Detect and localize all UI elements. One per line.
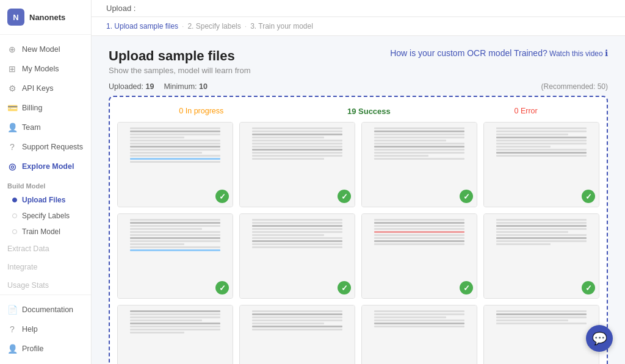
billing-icon: 💳 <box>7 103 17 113</box>
my-models-icon: ⊞ <box>7 64 17 74</box>
sidebar-build-upload-files[interactable]: Upload Files <box>0 192 91 208</box>
video-link-area: How is your custom OCR model Trained? Wa… <box>390 48 608 58</box>
upload-zone[interactable]: 0 In progress 19 Success 0 Error ✓✓✓✓✓✓✓… <box>109 96 608 364</box>
sidebar: N Nanonets ⊕New Model⊞My Models⚙API Keys… <box>0 0 92 364</box>
files-grid: ✓✓✓✓✓✓✓✓ <box>117 122 599 364</box>
sidebar-bottom-profile[interactable]: 👤Profile <box>0 339 91 359</box>
chat-fab-button[interactable]: 💬 <box>586 325 613 352</box>
error-status: 0 Error <box>514 107 537 116</box>
uploaded-label: Uploaded: <box>109 82 143 91</box>
sidebar-item-team[interactable]: 👤Team <box>0 118 91 137</box>
breadcrumb-step3: 3. Train your model <box>250 22 313 30</box>
info-icon: ℹ <box>605 48 608 58</box>
sidebar-bottom-documentation[interactable]: 📄Documentation <box>0 300 91 319</box>
collapse-button[interactable]: ‹ <box>0 359 91 364</box>
file-card-12[interactable] <box>483 305 599 364</box>
sidebar-item-new-model[interactable]: ⊕New Model <box>0 40 91 59</box>
file-check-3: ✓ <box>460 190 473 203</box>
logo-icon: N <box>7 9 24 26</box>
sidebar-disabled-extract-data: Extract Data <box>0 240 91 258</box>
file-card-10[interactable] <box>239 305 355 364</box>
page-header: Upload sample files Show the samples, mo… <box>109 48 608 75</box>
file-card-1[interactable]: ✓ <box>117 122 233 207</box>
file-check-4: ✓ <box>582 190 595 203</box>
file-card-9[interactable] <box>117 305 233 364</box>
chat-icon: 💬 <box>592 331 607 346</box>
sidebar-build-train-model[interactable]: Train Model <box>0 224 91 240</box>
team-icon: 👤 <box>7 123 17 132</box>
recommended-label: (Recommended: 50) <box>541 82 608 91</box>
file-card-3[interactable]: ✓ <box>361 122 477 207</box>
video-prompt: How is your custom OCR model Trained? <box>390 48 547 58</box>
file-check-2: ✓ <box>338 190 351 203</box>
sidebar-disabled-integrate: Integrate <box>0 258 91 276</box>
breadcrumb: 1. Upload sample files · 2. Specify labe… <box>92 17 625 36</box>
inprogress-status: 0 In progress <box>179 107 223 116</box>
stats-row: Uploaded: 19 Minimum: 10 (Recommended: 5… <box>109 82 608 91</box>
file-check-6: ✓ <box>338 281 351 294</box>
breadcrumb-step2: 2. Specify labels <box>187 22 240 30</box>
support-icon: ? <box>7 142 17 152</box>
sidebar-item-explore[interactable]: ◎Explore Model <box>0 157 91 176</box>
profile-icon: 👤 <box>7 344 17 354</box>
sidebar-bottom: 📄Documentation?Help👤Profile ‹ <box>0 294 91 364</box>
breadcrumb-step1: 1. Upload sample files <box>106 22 178 30</box>
upload-topbar: Upload : <box>92 0 625 17</box>
minimum-value: 10 <box>199 82 208 91</box>
watch-video-link[interactable]: Watch this video <box>549 49 603 58</box>
file-check-5: ✓ <box>215 281 229 294</box>
file-check-7: ✓ <box>460 281 473 294</box>
file-card-6[interactable]: ✓ <box>239 213 355 299</box>
sidebar-disabled-usage-stats: Usage Stats <box>0 276 91 294</box>
help-icon: ? <box>7 324 17 334</box>
file-card-11[interactable] <box>361 305 477 364</box>
page-title: Upload sample files <box>109 48 251 64</box>
file-check-1: ✓ <box>215 190 229 203</box>
file-card-5[interactable]: ✓ <box>117 213 233 299</box>
zone-header: 0 In progress 19 Success 0 Error <box>117 104 599 122</box>
sidebar-item-my-models[interactable]: ⊞My Models <box>0 59 91 79</box>
content-area: Upload sample files Show the samples, mo… <box>92 36 625 364</box>
sidebar-nav: ⊕New Model⊞My Models⚙API Keys💳Billing👤Te… <box>0 35 91 364</box>
app-name: Nanonets <box>29 13 65 22</box>
file-card-7[interactable]: ✓ <box>361 213 477 299</box>
sidebar-item-support[interactable]: ?Support Requests <box>0 137 91 157</box>
success-status: 19 Success <box>347 107 391 116</box>
page-subtitle: Show the samples, model will learn from <box>109 66 251 75</box>
sidebar-build-specify-labels[interactable]: Specify Labels <box>0 208 91 224</box>
file-card-4[interactable]: ✓ <box>483 122 599 207</box>
file-check-8: ✓ <box>582 281 595 294</box>
api-keys-icon: ⚙ <box>7 84 17 93</box>
logo[interactable]: N Nanonets <box>0 0 91 35</box>
sidebar-item-billing[interactable]: 💳Billing <box>0 98 91 118</box>
file-card-2[interactable]: ✓ <box>239 122 355 207</box>
sidebar-bottom-help[interactable]: ?Help <box>0 319 91 339</box>
sidebar-item-api-keys[interactable]: ⚙API Keys <box>0 79 91 98</box>
new-model-icon: ⊕ <box>7 45 17 54</box>
file-card-8[interactable]: ✓ <box>483 213 599 299</box>
build-model-label: Build Model <box>0 176 91 192</box>
documentation-icon: 📄 <box>7 305 17 315</box>
minimum-label: Minimum: <box>164 82 197 91</box>
main-content: Upload : 1. Upload sample files · 2. Spe… <box>92 0 625 364</box>
upload-topbar-label: Upload : <box>106 4 135 13</box>
uploaded-value: 19 <box>145 82 154 91</box>
explore-icon: ◎ <box>7 162 17 171</box>
